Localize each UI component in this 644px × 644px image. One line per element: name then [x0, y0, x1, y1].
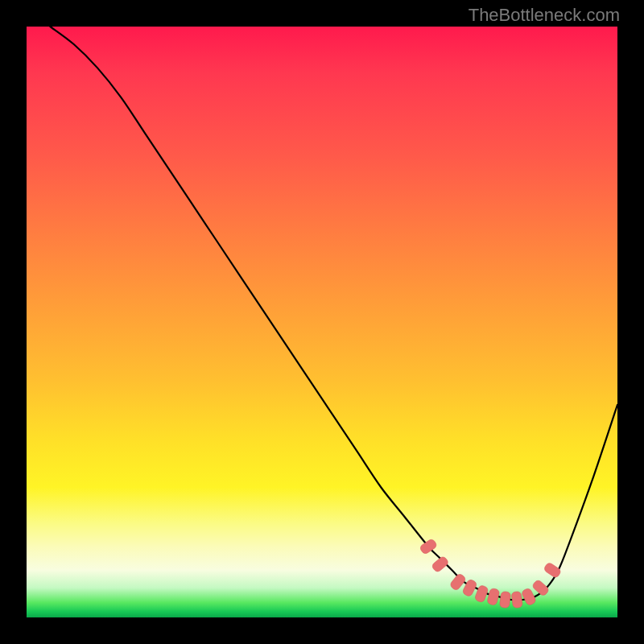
- plot-area: [27, 27, 617, 617]
- chart-frame: TheBottleneck.com: [0, 0, 644, 644]
- highlighted-marker: [487, 588, 500, 605]
- highlighted-marker: [499, 591, 510, 608]
- highlighted-markers-group: [419, 538, 561, 608]
- bottleneck-curve-line: [50, 27, 617, 600]
- highlighted-marker: [543, 562, 562, 579]
- watermark-text: TheBottleneck.com: [469, 5, 620, 26]
- highlighted-marker: [531, 579, 550, 597]
- highlighted-marker: [521, 588, 537, 606]
- highlighted-marker: [431, 555, 449, 573]
- highlighted-marker: [511, 591, 522, 608]
- chart-svg: [27, 27, 617, 617]
